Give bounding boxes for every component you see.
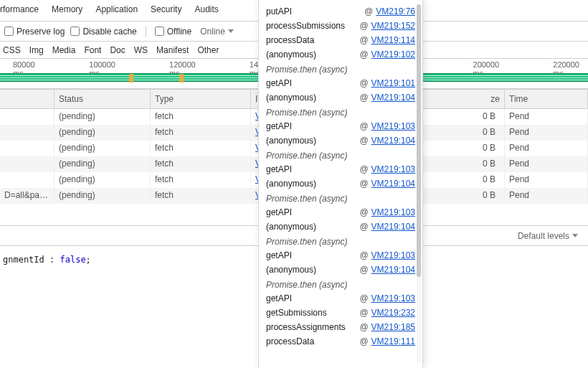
cell-size: 0 B (419, 125, 505, 141)
stack-link[interactable]: VM219:104 (371, 179, 415, 189)
stack-at: @ (359, 49, 368, 60)
preserve-log-checkbox[interactable]: Preserve log (4, 27, 65, 37)
scrollbar-thumb[interactable] (417, 4, 421, 277)
offline-checkbox[interactable]: Offline (155, 27, 191, 37)
throttle-value: Online (200, 27, 225, 37)
cell-name: D=all&page... (0, 188, 54, 204)
cell-time: Pend (505, 109, 588, 125)
cell-time: Pend (505, 125, 588, 141)
cell-type: fetch (151, 156, 251, 172)
filter-media[interactable]: Media (52, 45, 76, 55)
cell-type: fetch (151, 172, 251, 188)
header-size[interactable]: ze (419, 90, 505, 109)
tab-memory[interactable]: Memory (52, 4, 82, 14)
stack-separator: Promise.then (async) (266, 277, 415, 291)
stack-at: @ (359, 322, 368, 332)
stack-link[interactable]: VM219:103 (371, 250, 415, 260)
header-status[interactable]: Status (54, 90, 151, 109)
initiator-stack-popover: putAPI@VM219:76processSubmissions@VM219:… (258, 0, 423, 368)
stack-fn: getAPI (266, 121, 292, 131)
filter-ws[interactable]: WS (134, 45, 148, 55)
throttle-select[interactable]: Online (197, 26, 237, 37)
cell-size: 0 B (419, 141, 505, 156)
cell-name (0, 125, 54, 141)
cell-status: (pending) (54, 156, 151, 172)
cell-status: (pending) (54, 141, 151, 156)
stack-fn: getAPI (266, 293, 292, 303)
cell-type: fetch (151, 109, 251, 125)
filter-font[interactable]: Font (84, 45, 101, 55)
stack-frame: processData@VM219:114 (266, 33, 415, 47)
cell-status: (pending) (54, 172, 151, 188)
stack-link[interactable]: VM219:103 (371, 121, 415, 131)
cell-status: (pending) (54, 109, 151, 125)
filter-css[interactable]: CSS (3, 45, 21, 55)
stack-at: @ (359, 336, 368, 346)
filter-manifest[interactable]: Manifest (156, 45, 189, 55)
stack-at: @ (359, 207, 368, 217)
stack-link[interactable]: VM219:104 (371, 136, 415, 146)
stack-frame: (anonymous)@VM219:104 (266, 263, 415, 277)
stack-at: @ (359, 179, 368, 189)
cell-time: Pend (505, 172, 588, 188)
tab-audits[interactable]: Audits (194, 4, 218, 14)
header-type[interactable]: Type (151, 90, 251, 109)
stack-fn: processData (266, 35, 314, 45)
log-levels-select[interactable]: Default levels (515, 230, 581, 242)
stack-frame: getAPI@VM219:103 (266, 162, 415, 176)
stack-frame: putAPI@VM219:76 (266, 4, 415, 19)
cell-name (0, 109, 54, 125)
offline-input[interactable] (155, 27, 164, 36)
stack-separator: Promise.then (async) (266, 62, 415, 76)
stack-frame: (anonymous)@VM219:104 (266, 133, 415, 148)
cell-type: fetch (151, 188, 251, 204)
stack-frame: getAPI@VM219:103 (266, 205, 415, 220)
stack-link[interactable]: VM219:103 (371, 293, 415, 303)
cell-time: Pend (505, 156, 588, 172)
stack-fn: putAPI (266, 6, 292, 16)
filter-doc[interactable]: Doc (110, 45, 125, 55)
stack-link[interactable]: VM219:102 (371, 49, 415, 60)
stack-frame: getAPI@VM219:103 (266, 248, 415, 263)
stack-link[interactable]: VM219:185 (371, 322, 415, 332)
stack-link[interactable]: VM219:104 (371, 265, 415, 275)
tab-application[interactable]: Application (95, 4, 138, 14)
scrollbar[interactable] (417, 4, 421, 363)
stack-link[interactable]: VM219:103 (371, 164, 415, 174)
stack-link[interactable]: VM219:76 (376, 6, 415, 16)
tab-security[interactable]: Security (151, 4, 181, 14)
filter-other[interactable]: Other (197, 45, 219, 55)
disable-cache-input[interactable] (70, 27, 80, 36)
stack-link[interactable]: VM219:104 (371, 93, 415, 103)
filter-img[interactable]: Img (29, 45, 44, 55)
disable-cache-checkbox[interactable]: Disable cache (70, 27, 136, 37)
stack-link[interactable]: VM219:103 (371, 207, 415, 217)
stack-frame: (anonymous)@VM219:104 (266, 176, 415, 191)
header-time[interactable]: Time (505, 90, 588, 109)
stack-at: @ (359, 78, 368, 88)
preserve-log-input[interactable] (4, 27, 14, 36)
stack-link[interactable]: VM219:111 (371, 336, 415, 346)
stack-fn: (anonymous) (266, 93, 316, 103)
stack-frame: processSubmissions@VM219:152 (266, 19, 415, 33)
stack-fn: getAPI (266, 164, 292, 174)
stack-link[interactable]: VM219:114 (371, 35, 415, 45)
stack-link[interactable]: VM219:101 (371, 78, 415, 88)
disable-cache-label: Disable cache (82, 27, 136, 37)
stack-separator: Promise.then (async) (266, 234, 415, 248)
stack-at: @ (359, 136, 368, 146)
stack-fn: processAssignments (266, 322, 346, 332)
stack-at: @ (359, 93, 368, 103)
stack-frame: processData@VM219:111 (266, 334, 415, 349)
tab-performance[interactable]: rformance (0, 4, 39, 14)
stack-link[interactable]: VM219:232 (371, 308, 415, 318)
stack-link[interactable]: VM219:152 (371, 21, 415, 31)
cell-time: Pend (505, 141, 588, 156)
stack-frame: getSubmissions@VM219:232 (266, 306, 415, 320)
cell-type: fetch (151, 125, 251, 141)
stack-frame: getAPI@VM219:101 (266, 76, 415, 90)
stack-link[interactable]: VM219:104 (371, 222, 415, 232)
stack-at: @ (359, 121, 368, 131)
stack-separator: Promise.then (async) (266, 148, 415, 162)
header-name[interactable] (0, 90, 54, 109)
